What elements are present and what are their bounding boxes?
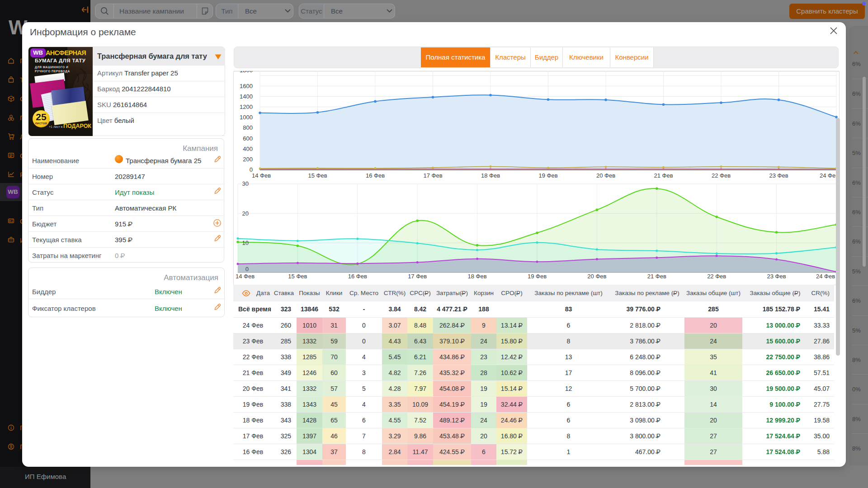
- svg-text:10: 10: [242, 239, 249, 246]
- svg-text:400: 400: [243, 145, 253, 152]
- svg-text:600: 600: [243, 135, 253, 142]
- svg-text:20: 20: [242, 210, 249, 217]
- svg-text:15 Фев: 15 Фев: [288, 273, 307, 280]
- svg-text:21 Фев: 21 Фев: [647, 273, 666, 280]
- svg-text:14 Фев: 14 Фев: [252, 172, 271, 179]
- svg-text:22 Фев: 22 Фев: [707, 273, 726, 280]
- svg-text:1600: 1600: [240, 83, 253, 89]
- svg-text:18 Фев: 18 Фев: [468, 273, 487, 280]
- svg-text:0: 0: [245, 266, 249, 272]
- svg-text:19 Фев: 19 Фев: [528, 273, 547, 280]
- svg-text:16 Фев: 16 Фев: [348, 273, 367, 280]
- svg-text:20 Фев: 20 Фев: [596, 172, 615, 179]
- svg-text:19 Фев: 19 Фев: [538, 172, 557, 179]
- svg-text:20 Фев: 20 Фев: [587, 273, 606, 280]
- svg-text:16 Фев: 16 Фев: [366, 172, 385, 179]
- svg-text:17 Фев: 17 Фев: [423, 172, 442, 179]
- svg-text:23 Фев: 23 Фев: [769, 172, 788, 179]
- svg-text:200: 200: [243, 156, 253, 163]
- svg-text:18 Фев: 18 Фев: [481, 172, 500, 179]
- svg-text:15 Фев: 15 Фев: [308, 172, 327, 179]
- svg-text:21 Фев: 21 Фев: [654, 172, 673, 179]
- svg-text:17 Фев: 17 Фев: [408, 273, 427, 280]
- svg-text:23 Фев: 23 Фев: [767, 273, 786, 280]
- svg-text:24 Фев: 24 Фев: [816, 273, 835, 280]
- svg-text:22 Фев: 22 Фев: [712, 172, 731, 179]
- svg-text:800: 800: [243, 124, 253, 131]
- svg-text:1800: 1800: [240, 71, 253, 74]
- svg-text:30: 30: [242, 181, 249, 187]
- svg-text:14 Фев: 14 Фев: [236, 273, 255, 280]
- svg-text:1400: 1400: [240, 93, 253, 100]
- svg-text:1000: 1000: [240, 114, 253, 121]
- svg-text:1200: 1200: [240, 103, 253, 110]
